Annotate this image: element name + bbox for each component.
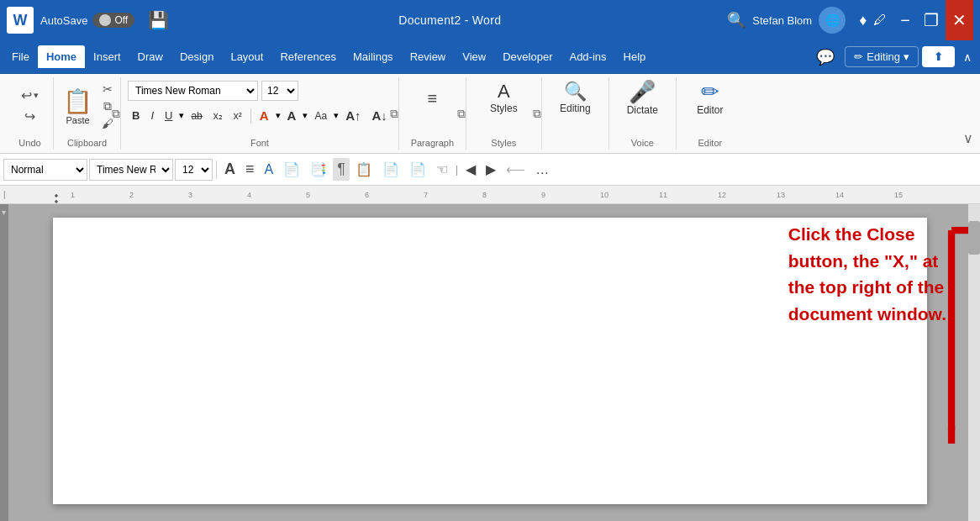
search-button[interactable]: 🔍 <box>720 0 752 40</box>
styles-expand-button[interactable]: ⧉ <box>533 107 541 121</box>
menu-help[interactable]: Help <box>615 45 655 68</box>
svg-rect-3 <box>948 426 955 444</box>
style-selector[interactable]: Normal <box>3 159 87 181</box>
ribbon-group-font: Times New Roman 12 B I U ▾ ab x₂ x² A <box>121 77 399 150</box>
scrollbar-thumb[interactable] <box>968 221 980 255</box>
wrap-text-button[interactable]: A <box>261 160 278 180</box>
user-section: Stefan Blom 🌐 <box>752 7 846 34</box>
close-button[interactable]: ✕ <box>946 0 973 40</box>
menu-design[interactable]: Design <box>171 45 222 68</box>
menu-addins[interactable]: Add-ins <box>561 45 614 68</box>
doc2-button[interactable]: 📄 <box>378 159 403 180</box>
dictate-button[interactable]: 🎤 Dictate <box>619 77 667 119</box>
share-button[interactable]: ⬆ <box>922 46 955 67</box>
pages-button[interactable]: 📑 <box>306 159 331 180</box>
undo-button[interactable]: ↩▾ <box>18 86 42 105</box>
ribbon: ↩▾ ↪ Undo 📋 Paste ✂ ⧉ 🖌 Clipboard ⧉ <box>0 74 980 154</box>
subscript-button[interactable]: x₂ <box>209 108 227 124</box>
cut-button[interactable]: ✂ <box>99 82 116 97</box>
editing-ribbon-label: Editing <box>560 103 591 114</box>
comment-button[interactable]: 💬 <box>809 45 841 70</box>
pilcrow-button[interactable]: ¶ <box>333 158 350 181</box>
paragraph-group-label: Paragraph <box>399 138 466 148</box>
ruler-track: ⬥ ⬥ | 1 2 3 4 5 6 7 8 9 10 11 12 13 14 1… <box>3 186 977 203</box>
styles-button[interactable]: A Styles <box>482 79 526 118</box>
font-grow-button[interactable]: A↑ <box>341 107 365 124</box>
highlight-button[interactable]: A <box>283 107 301 124</box>
paragraph-expand-button[interactable]: ⧉ <box>457 107 466 121</box>
menu-references[interactable]: References <box>271 45 344 68</box>
save-button[interactable]: 💾 <box>148 10 169 30</box>
paragraph-button[interactable]: ≡ <box>422 86 442 112</box>
paste-icon: 📋 <box>63 87 92 115</box>
menu-insert[interactable]: Insert <box>85 45 129 68</box>
minimize-button[interactable]: − <box>893 0 917 40</box>
font-group-label: Font <box>121 138 398 148</box>
font-color-button[interactable]: A <box>256 107 273 124</box>
font-shrink-button[interactable]: A↓ <box>367 107 391 124</box>
track-prev-button[interactable]: ◀ <box>461 159 480 180</box>
editing-group-content: 🔍 Editing <box>551 77 599 134</box>
clipboard-label: Clipboard <box>54 138 120 148</box>
menu-review[interactable]: Review <box>402 45 455 68</box>
ribbon-group-paragraph: ≡ Paragraph ⧉ <box>399 77 466 150</box>
word-app-icon: W <box>7 7 34 34</box>
strikethrough-button[interactable]: ab <box>187 108 206 124</box>
vertical-scrollbar[interactable] <box>968 204 980 521</box>
autosave-label: AutoSave <box>40 14 87 27</box>
font-size-select[interactable]: 12 <box>261 81 298 101</box>
track-next-button[interactable]: ▶ <box>482 159 500 180</box>
styles-icon: A <box>498 82 510 101</box>
doc-button[interactable]: 📄 <box>279 159 304 180</box>
superscript-button[interactable]: x² <box>229 108 246 124</box>
diamond-icon[interactable]: ♦ <box>859 12 867 29</box>
pen-icon[interactable]: 🖊 <box>873 13 887 28</box>
menu-draw[interactable]: Draw <box>129 45 171 68</box>
menu-bar: File Home Insert Draw Design Layout Refe… <box>0 40 980 74</box>
align-button[interactable]: ≡ <box>241 158 259 181</box>
text-format-button[interactable]: A <box>220 158 240 181</box>
font-name-select[interactable]: Times New Roman <box>128 81 258 101</box>
editing-mode-button[interactable]: ✏ Editing ▾ <box>845 46 919 67</box>
styles-label: Styles <box>490 103 518 114</box>
editor-button[interactable]: ✏ Editor <box>688 77 731 119</box>
editing-ribbon-button[interactable]: 🔍 Editing <box>551 79 599 118</box>
menu-right-actions: 💬 ✏ Editing ▾ ⬆ ∧ <box>809 45 977 70</box>
bold-button[interactable]: B <box>128 108 144 124</box>
change-case-button[interactable]: Aa <box>310 108 331 124</box>
font-size-selector-toolbar[interactable]: 12 <box>175 159 213 181</box>
editing-dropdown-icon: ▾ <box>904 50 909 63</box>
italic-button[interactable]: I <box>146 108 158 124</box>
document-page[interactable] <box>53 218 927 504</box>
menu-home[interactable]: Home <box>38 45 85 68</box>
menu-developer[interactable]: Developer <box>494 45 561 68</box>
autosave-state: Off <box>114 14 128 26</box>
track-changes-button[interactable]: 📋 <box>351 159 377 180</box>
more-toolbar-button[interactable]: … <box>531 160 553 180</box>
menu-mailings[interactable]: Mailings <box>345 45 402 68</box>
menu-layout[interactable]: Layout <box>222 45 271 68</box>
menu-file[interactable]: File <box>3 45 38 68</box>
doc3-button[interactable]: 📄 <box>405 159 430 180</box>
format-divider <box>250 108 251 124</box>
accept-change-button[interactable]: ⟵ <box>502 159 530 180</box>
editor-icon: ✏ <box>701 81 719 103</box>
editing-ribbon-icon: 🔍 <box>564 82 587 101</box>
font-selector-toolbar[interactable]: Times New R <box>89 159 173 181</box>
dictate-label: Dictate <box>627 104 658 116</box>
underline-button[interactable]: U <box>161 108 177 124</box>
redo-button[interactable]: ↪ <box>21 107 39 126</box>
ribbon-collapse-button[interactable]: ∧ <box>958 47 977 67</box>
toolbar-divider-1 <box>216 161 217 179</box>
restore-button[interactable]: ❐ <box>917 0 946 40</box>
ribbon-more-button[interactable]: ∨ <box>963 130 973 146</box>
paste-button[interactable]: 📋 Paste <box>58 86 97 127</box>
ribbon-group-voice: 🎤 Dictate Voice <box>609 77 677 150</box>
autosave-toggle[interactable]: Off <box>92 13 134 28</box>
touch-mode-button[interactable]: ☜ <box>432 159 452 180</box>
clipboard-expand-button[interactable]: ⧉ <box>112 107 120 121</box>
share-icon: ⬆ <box>934 50 943 63</box>
menu-view[interactable]: View <box>454 45 494 68</box>
paste-label: Paste <box>66 115 89 125</box>
font-expand-button[interactable]: ⧉ <box>390 107 398 121</box>
